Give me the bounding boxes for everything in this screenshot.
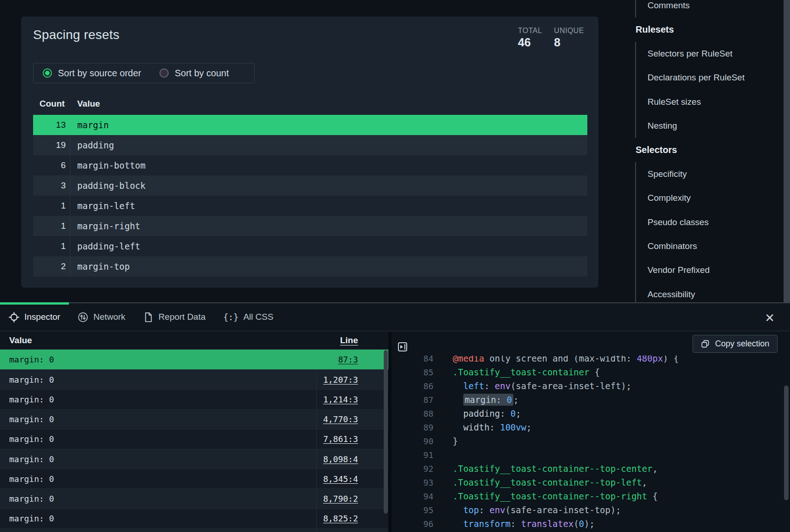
inspector-row[interactable]: margin: 01,214:3 <box>0 389 388 409</box>
sidebar-item-nesting[interactable]: Nesting <box>635 114 781 138</box>
code-line-number: 84 <box>392 356 433 363</box>
inspector-row[interactable]: margin: 087:3 <box>0 350 388 369</box>
sort-option-sort-by-count[interactable]: Sort by count <box>159 68 229 79</box>
table-row[interactable]: 13margin <box>33 115 587 135</box>
sidebar-item-complexity[interactable]: Complexity <box>635 186 781 210</box>
code-line: 93.Toastify__toast-container--top-left, <box>392 475 783 489</box>
table-row[interactable]: 1margin-left <box>33 196 587 216</box>
inspector-panel: InspectorNetworkReport Data{:}All CSS ✕ … <box>0 302 790 532</box>
row-count: 6 <box>33 160 70 170</box>
sidebar-item-vendor-prefixed[interactable]: Vendor Prefixed <box>635 258 781 282</box>
code-scrollbar-thumb[interactable] <box>784 385 789 500</box>
inspector-row[interactable]: margin: 0 <box>0 528 388 532</box>
line-link[interactable]: 4,770:3 <box>323 414 358 424</box>
tab-network[interactable]: Network <box>69 303 134 331</box>
code-line-number: 93 <box>392 478 433 487</box>
selection-highlight: margin: 0 <box>463 394 513 406</box>
code-line-number: 91 <box>392 450 433 460</box>
sidebar-item-selectors-per-ruleset[interactable]: Selectors per RuleSet <box>635 42 781 66</box>
tab-label: All CSS <box>243 312 273 322</box>
inspector-row-value: margin: 0 <box>0 414 316 424</box>
count-column-header: Count <box>33 99 70 109</box>
row-count: 19 <box>33 140 70 150</box>
row-count: 2 <box>33 261 70 272</box>
inspector-row[interactable]: margin: 08,098:4 <box>0 449 388 469</box>
radio-selected-icon[interactable] <box>43 68 52 78</box>
sidebar-item-combinators[interactable]: Combinators <box>635 234 781 258</box>
inspector-row[interactable]: margin: 01,207:3 <box>0 369 388 389</box>
tab-report-data[interactable]: Report Data <box>134 303 214 331</box>
tab-label: Inspector <box>24 312 60 322</box>
inspector-scrollbar-thumb[interactable] <box>384 350 388 514</box>
inspector-row[interactable]: margin: 08,790:2 <box>0 488 388 508</box>
code-line-content: .Toastify__toast-container { <box>453 367 600 377</box>
sidebar-item-specificity[interactable]: Specificity <box>635 162 781 186</box>
code-line: 89 width: 100vw; <box>392 420 783 434</box>
inspector-row-value: margin: 0 <box>0 474 316 484</box>
inspector-row-value: margin: 0 <box>0 514 316 523</box>
panel-expand-icon[interactable] <box>398 342 407 351</box>
row-count: 1 <box>33 201 70 211</box>
line-link[interactable]: 8,825:2 <box>323 514 358 523</box>
pane-divider <box>388 332 392 532</box>
sort-option-sort-by-source-order[interactable]: Sort by source order <box>43 68 141 79</box>
line-link[interactable]: 7,861:3 <box>323 434 358 444</box>
code-line: 86 left: env(safe-area-inset-left); <box>392 379 783 393</box>
code-line-number: 95 <box>392 505 433 515</box>
code-line: 95 top: env(safe-area-inset-top); <box>392 503 783 517</box>
sort-option-label: Sort by count <box>175 68 229 79</box>
inspector-row[interactable]: margin: 04,770:3 <box>0 409 388 429</box>
line-link[interactable]: 1,214:3 <box>323 395 358 404</box>
code-line: 94.Toastify__toast-container--top-right … <box>392 489 783 503</box>
inspector-results-pane: Value Line margin: 087:3margin: 01,207:3… <box>0 332 388 532</box>
code-line-number: 87 <box>392 395 433 405</box>
table-row[interactable]: 3padding-block <box>33 175 587 196</box>
line-link[interactable]: 8,345:4 <box>323 474 358 484</box>
table-row[interactable]: 2margin-top <box>33 256 587 277</box>
line-link[interactable]: 1,207:3 <box>323 375 358 385</box>
table-row[interactable]: 1padding-left <box>33 236 587 256</box>
code-line-content: .Toastify__toast-container--top-right { <box>453 491 658 501</box>
row-value: margin <box>70 115 587 135</box>
code-line-content: margin: 0; <box>453 395 518 405</box>
sidebar-item-comments[interactable]: Comments <box>635 0 781 17</box>
stat-value: 46 <box>518 36 542 49</box>
stat-label: TOTAL <box>518 27 542 35</box>
tab-inspector[interactable]: Inspector <box>0 303 69 331</box>
inspector-row[interactable]: margin: 07,861:3 <box>0 429 388 449</box>
line-link[interactable]: 8,790:2 <box>323 494 358 504</box>
sidebar: CommentsRulesetsSelectors per RuleSetDec… <box>634 0 781 306</box>
inspector-row-value: margin: 0 <box>0 434 316 444</box>
sidebar-item-ruleset-sizes[interactable]: RuleSet sizes <box>635 90 781 114</box>
table-row[interactable]: 6margin-bottom <box>33 155 587 175</box>
line-link[interactable]: 87:3 <box>338 355 358 364</box>
code-line-content: width: 100vw; <box>453 422 532 432</box>
inspector-row-value: margin: 0 <box>0 454 316 464</box>
row-count: 3 <box>33 181 70 191</box>
sidebar-section-selectors: Selectors <box>634 138 781 162</box>
code-line: 92.Toastify__toast-container--top-center… <box>392 462 783 475</box>
code-line-number: 85 <box>392 368 433 377</box>
sidebar-item-declarations-per-ruleset[interactable]: Declarations per RuleSet <box>635 66 781 90</box>
close-icon[interactable]: ✕ <box>762 311 777 325</box>
inspector-row[interactable]: margin: 08,825:2 <box>0 509 388 528</box>
stat-total: TOTAL46 <box>518 27 542 49</box>
tab-all-css[interactable]: {:}All CSS <box>214 303 282 331</box>
inspector-line-header[interactable]: Line <box>316 335 358 345</box>
copy-selection-button[interactable]: Copy selection <box>693 335 778 353</box>
inspector-row[interactable]: margin: 08,345:4 <box>0 469 388 488</box>
code-line-number: 86 <box>392 381 433 391</box>
radio-unselected-icon[interactable] <box>159 68 169 78</box>
sidebar-item-pseudo-classes[interactable]: Pseudo classes <box>635 210 781 234</box>
code-line-content: .Toastify__toast-container--top-left, <box>453 477 647 487</box>
code-line: 87 margin: 0; <box>392 393 783 407</box>
code-line-content: top: env(safe-area-inset-top); <box>453 505 621 515</box>
crosshair-icon <box>9 312 19 323</box>
code-viewer[interactable]: 84@media only screen and (max-width: 480… <box>392 356 783 532</box>
table-row[interactable]: 19padding <box>33 135 587 155</box>
page-scrollbar-thumb[interactable] <box>784 0 790 302</box>
line-link[interactable]: 8,098:4 <box>323 454 358 464</box>
code-line-number: 89 <box>392 423 433 432</box>
table-row[interactable]: 1margin-right <box>33 216 587 236</box>
code-line-number: 92 <box>392 464 433 474</box>
